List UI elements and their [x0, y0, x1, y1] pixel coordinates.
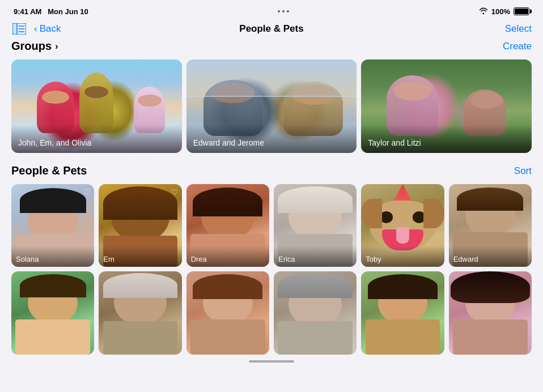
people-grid-row-2	[11, 271, 532, 354]
person-card-r2c2[interactable]	[99, 271, 181, 354]
nav-left: ‹ Back	[11, 23, 61, 35]
person-card-r2c6[interactable]	[449, 271, 532, 354]
select-button[interactable]: Select	[505, 23, 532, 35]
main-content: Groups › Create	[0, 40, 543, 355]
person-card-edward[interactable]: Edward	[449, 184, 532, 267]
people-grid-row-1: ♡ Solana ♡ Em	[11, 184, 532, 267]
person-card-label: Em	[99, 246, 181, 267]
wifi-icon	[479, 7, 488, 16]
battery-fill	[515, 8, 528, 14]
scroll-indicator	[0, 360, 543, 363]
status-right: 100%	[479, 7, 529, 16]
svg-rect-1	[12, 23, 17, 35]
favorite-icon: ♡	[83, 188, 91, 197]
groups-section-title[interactable]: Groups ›	[11, 40, 58, 53]
page-title: People & Pets	[239, 23, 303, 35]
person-card-r2c5[interactable]	[361, 271, 444, 354]
sort-button[interactable]: Sort	[514, 165, 532, 177]
person-card-r2c3[interactable]	[186, 271, 269, 354]
person-card-solana[interactable]: ♡ Solana	[11, 184, 94, 267]
people-section-header: People & Pets Sort	[11, 164, 532, 177]
person-card-r2c4[interactable]	[274, 271, 357, 354]
status-dot-1	[278, 10, 280, 12]
status-dot-2	[282, 10, 285, 12]
create-button[interactable]: Create	[503, 41, 532, 52]
battery-icon	[514, 7, 529, 15]
back-arrow-icon: ‹	[34, 23, 37, 35]
back-button[interactable]: ‹ Back	[34, 23, 61, 35]
person-card-erica[interactable]: Erica	[274, 184, 357, 267]
sidebar-toggle-button[interactable]	[11, 23, 27, 35]
group-card-label: John, Em, and Olivia	[11, 125, 182, 153]
person-card-r2c1[interactable]	[11, 271, 94, 354]
group-card-taylor-litzi[interactable]: Taylor and Litzi	[361, 59, 532, 153]
group-card-john-em-olivia[interactable]: John, Em, and Olivia	[11, 59, 182, 153]
status-center	[278, 10, 289, 12]
groups-chevron-icon: ›	[55, 41, 58, 52]
person-card-label: Edward	[449, 246, 532, 267]
back-label: Back	[40, 23, 61, 35]
person-card-label: Erica	[274, 246, 357, 267]
status-time: 9:41 AM Mon Jun 10	[14, 7, 88, 16]
people-section-title: People & Pets	[11, 164, 87, 177]
groups-section: Groups › Create	[11, 40, 532, 153]
person-card-toby[interactable]: Toby	[361, 184, 444, 267]
person-card-drea[interactable]: Drea	[186, 184, 269, 267]
person-card-label: Toby	[361, 246, 444, 267]
nav-bar: ‹ Back People & Pets Select	[0, 20, 543, 40]
person-card-em[interactable]: ♡ Em	[99, 184, 181, 267]
favorite-icon: ♡	[171, 188, 179, 197]
groups-grid: John, Em, and Olivia Edward and Jerome	[11, 59, 532, 153]
people-section: People & Pets Sort ♡ Solana	[11, 164, 532, 355]
group-card-label: Edward and Jerome	[186, 125, 357, 153]
status-bar: 9:41 AM Mon Jun 10 100%	[0, 0, 543, 20]
person-card-label: Drea	[186, 246, 269, 267]
groups-section-header: Groups › Create	[11, 40, 532, 53]
scroll-dot	[249, 360, 294, 363]
person-card-label: Solana	[11, 246, 94, 267]
battery-percentage: 100%	[491, 7, 510, 16]
status-dot-3	[287, 10, 289, 12]
device-frame: 9:41 AM Mon Jun 10 100%	[0, 0, 543, 392]
group-card-label: Taylor and Litzi	[361, 125, 532, 153]
group-card-edward-jerome[interactable]: Edward and Jerome	[186, 59, 357, 153]
